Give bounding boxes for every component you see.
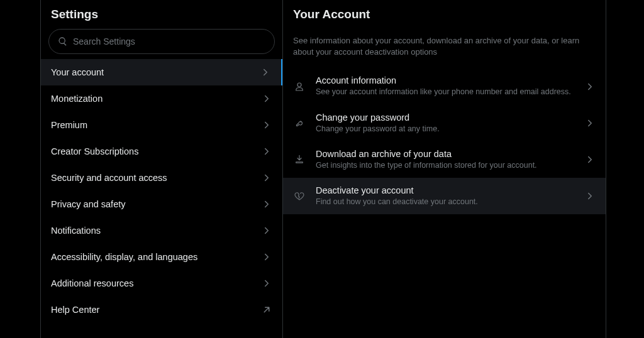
nav-item-label: Creator Subscriptions xyxy=(51,146,138,156)
key-icon xyxy=(293,117,306,129)
option-text: Account informationSee your account info… xyxy=(316,75,574,97)
nav-item-label: Security and account access xyxy=(51,173,167,183)
chevron-right-icon xyxy=(261,93,272,104)
chevron-right-icon xyxy=(260,67,271,78)
right-gutter xyxy=(606,0,644,338)
option-download-an-archive-of-your-data[interactable]: Download an archive of your dataGet insi… xyxy=(283,141,606,178)
chevron-right-icon xyxy=(584,154,596,165)
chevron-right-icon xyxy=(261,119,272,131)
chevron-right-icon xyxy=(261,146,272,157)
option-subtitle: See your account information like your p… xyxy=(316,87,574,97)
search-input[interactable]: Search Settings xyxy=(48,29,275,54)
option-deactivate-your-account[interactable]: Deactivate your accountFind out how you … xyxy=(283,178,606,214)
svg-point-0 xyxy=(301,121,302,123)
search-icon xyxy=(58,36,68,46)
nav-item-label: Monetization xyxy=(51,94,103,104)
option-text: Deactivate your accountFind out how you … xyxy=(316,185,574,207)
chevron-right-icon xyxy=(584,190,596,202)
chevron-right-icon xyxy=(261,225,272,236)
option-title: Change your password xyxy=(316,112,574,123)
detail-description: See information about your account, down… xyxy=(283,29,606,68)
option-text: Download an archive of your dataGet insi… xyxy=(316,149,574,170)
nav-item-label: Help Center xyxy=(51,305,99,315)
nav-item-creator-subscriptions[interactable]: Creator Subscriptions xyxy=(41,138,282,165)
nav-item-label: Premium xyxy=(51,120,87,130)
option-subtitle: Find out how you can deactivate your acc… xyxy=(316,197,574,207)
nav-item-help-center[interactable]: Help Center xyxy=(41,297,282,323)
external-link-icon xyxy=(261,304,272,315)
nav-item-label: Accessibility, display, and languages xyxy=(51,252,197,262)
nav-item-your-account[interactable]: Your account xyxy=(41,59,282,85)
chevron-right-icon xyxy=(261,251,272,263)
option-list: Account informationSee your account info… xyxy=(283,68,606,214)
option-title: Download an archive of your data xyxy=(316,149,574,159)
chevron-right-icon xyxy=(261,172,272,183)
chevron-right-icon xyxy=(584,117,596,129)
nav-item-label: Additional resources xyxy=(51,278,133,288)
option-subtitle: Change your password at any time. xyxy=(316,124,574,134)
nav-item-accessibility-display-and-languages[interactable]: Accessibility, display, and languages xyxy=(41,244,282,270)
download-icon xyxy=(293,154,306,165)
search-placeholder: Search Settings xyxy=(73,36,265,46)
person-icon xyxy=(293,81,306,92)
option-change-your-password[interactable]: Change your passwordChange your password… xyxy=(283,105,606,141)
nav-item-privacy-and-safety[interactable]: Privacy and safety xyxy=(41,191,282,217)
detail-panel: Your Account See information about your … xyxy=(283,0,606,338)
option-account-information[interactable]: Account informationSee your account info… xyxy=(283,68,606,104)
settings-nav-list: Your accountMonetizationPremiumCreator S… xyxy=(41,59,282,323)
nav-item-label: Privacy and safety xyxy=(51,199,125,209)
chevron-right-icon xyxy=(261,278,272,289)
nav-item-monetization[interactable]: Monetization xyxy=(41,85,282,112)
chevron-right-icon xyxy=(261,199,272,210)
nav-item-additional-resources[interactable]: Additional resources xyxy=(41,270,282,297)
option-title: Deactivate your account xyxy=(316,185,574,195)
nav-item-premium[interactable]: Premium xyxy=(41,112,282,138)
search-wrap: Search Settings xyxy=(41,29,282,59)
left-gutter xyxy=(0,0,41,338)
settings-title: Settings xyxy=(41,0,282,29)
option-title: Account information xyxy=(316,75,574,85)
settings-panel: Settings Search Settings Your accountMon… xyxy=(41,0,283,338)
nav-item-security-and-account-access[interactable]: Security and account access xyxy=(41,165,282,191)
nav-item-label: Notifications xyxy=(51,226,101,236)
heart-broken-icon xyxy=(293,190,306,202)
option-subtitle: Get insights into the type of informatio… xyxy=(316,160,574,170)
detail-title: Your Account xyxy=(283,0,606,29)
nav-item-notifications[interactable]: Notifications xyxy=(41,217,282,244)
nav-item-label: Your account xyxy=(51,67,104,77)
option-text: Change your passwordChange your password… xyxy=(316,112,574,134)
chevron-right-icon xyxy=(584,81,596,92)
